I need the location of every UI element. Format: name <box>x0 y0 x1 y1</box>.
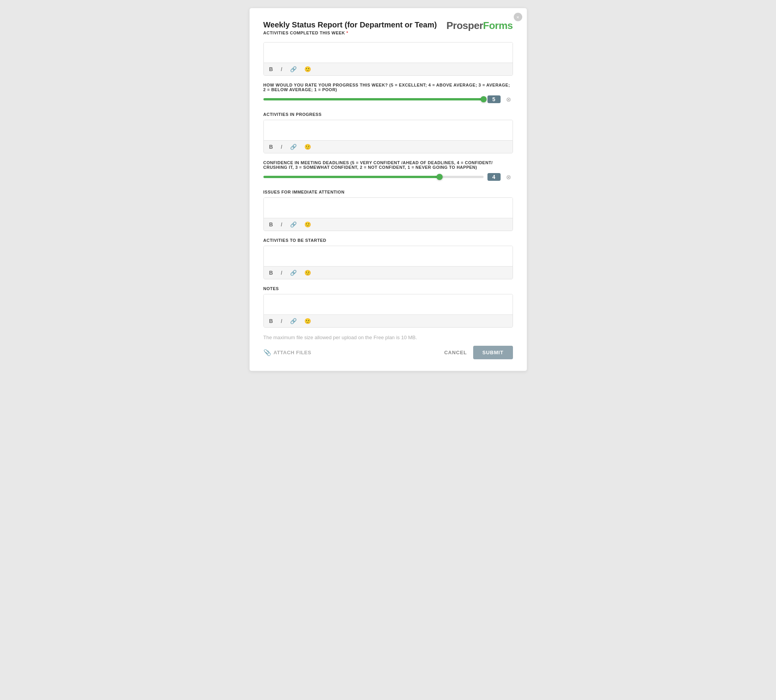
confidence-slider-fill <box>263 176 440 178</box>
progress-slider-thumb <box>481 96 487 102</box>
emoji-button-3[interactable]: 🙂 <box>303 221 312 228</box>
progress-rating-label: HOW WOULD YOU RATE YOUR PROGRESS THIS WE… <box>263 83 513 92</box>
notes-section: NOTES B I 🔗 🙂 <box>263 286 513 328</box>
notes-editor: B I 🔗 🙂 <box>263 294 513 328</box>
emoji-button-5[interactable]: 🙂 <box>303 317 312 325</box>
activities-to-start-input[interactable] <box>264 246 513 265</box>
activities-in-progress-label: ACTIVITIES IN PROGRESS <box>263 112 513 117</box>
progress-slider-clear[interactable]: ⊗ <box>504 95 513 104</box>
italic-button-1[interactable]: I <box>279 65 284 73</box>
link-button-5[interactable]: 🔗 <box>289 317 298 325</box>
emoji-button-1[interactable]: 🙂 <box>303 65 312 73</box>
activities-in-progress-input[interactable] <box>264 120 513 139</box>
activities-completed-section: B I 🔗 🙂 <box>263 42 513 76</box>
activities-to-start-label: ACTIVITIES TO BE STARTED <box>263 238 513 243</box>
activities-to-start-section: ACTIVITIES TO BE STARTED B I 🔗 🙂 <box>263 238 513 279</box>
activities-completed-editor: B I 🔗 🙂 <box>263 42 513 76</box>
issues-editor: B I 🔗 🙂 <box>263 197 513 231</box>
confidence-rating-row: 4 ⊗ <box>263 173 513 181</box>
footer-note: The maximum file size allowed per upload… <box>263 335 513 340</box>
notes-label: NOTES <box>263 286 513 291</box>
activities-to-start-editor: B I 🔗 🙂 <box>263 246 513 279</box>
progress-slider-track[interactable] <box>263 98 484 100</box>
form-title: Weekly Status Report (for Department or … <box>263 20 437 30</box>
bold-button-5[interactable]: B <box>268 317 275 325</box>
bold-button-1[interactable]: B <box>268 65 275 73</box>
progress-rating-section: HOW WOULD YOU RATE YOUR PROGRESS THIS WE… <box>263 83 513 104</box>
activities-completed-input[interactable] <box>264 42 513 61</box>
footer-actions: 📎 ATTACH FILES CANCEL SUBMIT <box>263 346 513 359</box>
activities-completed-toolbar: B I 🔗 🙂 <box>264 63 513 75</box>
emoji-button-2[interactable]: 🙂 <box>303 143 312 151</box>
confidence-slider-value: 4 <box>487 173 501 181</box>
progress-slider-fill <box>263 98 484 100</box>
bold-button-3[interactable]: B <box>268 221 275 228</box>
paperclip-icon: 📎 <box>263 349 272 356</box>
link-button-1[interactable]: 🔗 <box>289 65 298 73</box>
bold-button-4[interactable]: B <box>268 269 275 277</box>
confidence-rating-label: CONFIDENCE IN MEETING DEADLINES (5 = VER… <box>263 160 513 170</box>
activities-to-start-toolbar: B I 🔗 🙂 <box>264 266 513 279</box>
issues-section: ISSUES FOR IMMEDIATE ATTENTION B I 🔗 🙂 <box>263 190 513 231</box>
notes-input[interactable] <box>264 294 513 313</box>
italic-button-3[interactable]: I <box>279 221 284 228</box>
form-modal: × Weekly Status Report (for Department o… <box>249 8 527 371</box>
confidence-slider-track[interactable] <box>263 176 484 178</box>
attach-label: ATTACH FILES <box>273 350 311 355</box>
required-star: * <box>346 31 348 35</box>
form-subtitle: ACTIVITIES COMPLETED THIS WEEK * <box>263 31 437 35</box>
logo-prosper: Prosper <box>447 20 483 32</box>
logo-forms: Forms <box>483 20 513 32</box>
link-button-2[interactable]: 🔗 <box>289 143 298 151</box>
activities-in-progress-editor: B I 🔗 🙂 <box>263 120 513 153</box>
form-header: Weekly Status Report (for Department or … <box>263 20 513 35</box>
confidence-rating-section: CONFIDENCE IN MEETING DEADLINES (5 = VER… <box>263 160 513 181</box>
logo: Prosper Forms <box>447 20 513 32</box>
italic-button-5[interactable]: I <box>279 317 284 325</box>
footer-right-actions: CANCEL SUBMIT <box>444 346 513 359</box>
attach-files-button[interactable]: 📎 ATTACH FILES <box>263 349 311 356</box>
confidence-slider-thumb <box>436 174 443 180</box>
close-button[interactable]: × <box>514 13 522 21</box>
bold-button-2[interactable]: B <box>268 143 275 151</box>
emoji-button-4[interactable]: 🙂 <box>303 269 312 277</box>
issues-label: ISSUES FOR IMMEDIATE ATTENTION <box>263 190 513 194</box>
issues-input[interactable] <box>264 198 513 216</box>
italic-button-2[interactable]: I <box>279 143 284 151</box>
activities-in-progress-section: ACTIVITIES IN PROGRESS B I 🔗 🙂 <box>263 112 513 153</box>
confidence-slider-clear[interactable]: ⊗ <box>504 173 513 181</box>
header-title-block: Weekly Status Report (for Department or … <box>263 20 437 35</box>
link-button-4[interactable]: 🔗 <box>289 269 298 277</box>
activities-in-progress-toolbar: B I 🔗 🙂 <box>264 140 513 153</box>
progress-rating-row: 5 ⊗ <box>263 95 513 104</box>
link-button-3[interactable]: 🔗 <box>289 221 298 228</box>
notes-toolbar: B I 🔗 🙂 <box>264 314 513 327</box>
submit-button[interactable]: SUBMIT <box>473 346 513 359</box>
progress-slider-value: 5 <box>487 95 501 103</box>
cancel-button[interactable]: CANCEL <box>444 350 467 355</box>
italic-button-4[interactable]: I <box>279 269 284 277</box>
issues-toolbar: B I 🔗 🙂 <box>264 218 513 231</box>
